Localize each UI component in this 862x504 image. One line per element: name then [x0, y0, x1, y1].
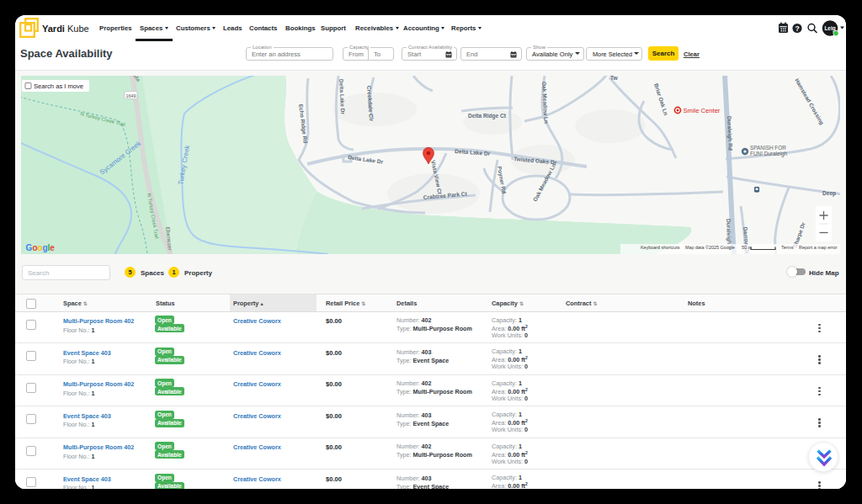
svg-text:Keyboard shortcuts: Keyboard shortcuts	[641, 245, 680, 250]
svg-text:e: e	[50, 243, 55, 252]
svg-text:Report a map error: Report a map error	[799, 245, 838, 250]
svg-text:Smile Center: Smile Center	[684, 107, 721, 114]
svg-text:FUN! Duraleigh: FUN! Duraleigh	[750, 151, 787, 157]
svg-text:G: G	[26, 243, 33, 252]
svg-text:Search as I move: Search as I move	[34, 82, 83, 90]
svg-text:Terms: Terms	[781, 245, 794, 250]
svg-text:Tw: Tw	[610, 76, 619, 81]
svg-text:1649: 1649	[125, 93, 136, 98]
svg-text:?: ?	[795, 24, 799, 33]
svg-text:Map data ©2025 Google: Map data ©2025 Google	[685, 245, 735, 250]
svg-text:Delta Ridge Ct: Delta Ridge Ct	[468, 113, 507, 119]
svg-text:SPANISH FOR: SPANISH FOR	[750, 145, 786, 151]
svg-text:Deep: Deep	[822, 190, 836, 197]
